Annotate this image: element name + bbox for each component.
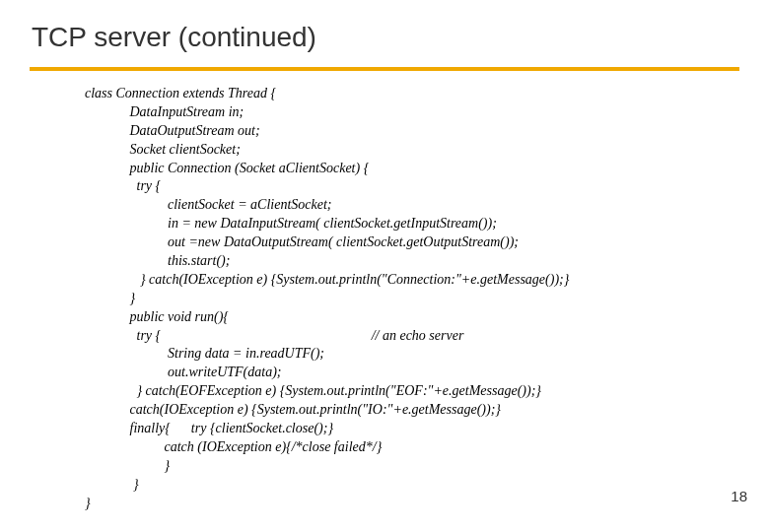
slide-container: TCP server (continued) class Connection … bbox=[0, 0, 769, 532]
slide-title: TCP server (continued) bbox=[32, 22, 739, 53]
title-rule bbox=[30, 67, 739, 71]
code-block: class Connection extends Thread { DataIn… bbox=[85, 85, 739, 512]
page-number: 18 bbox=[731, 488, 747, 504]
